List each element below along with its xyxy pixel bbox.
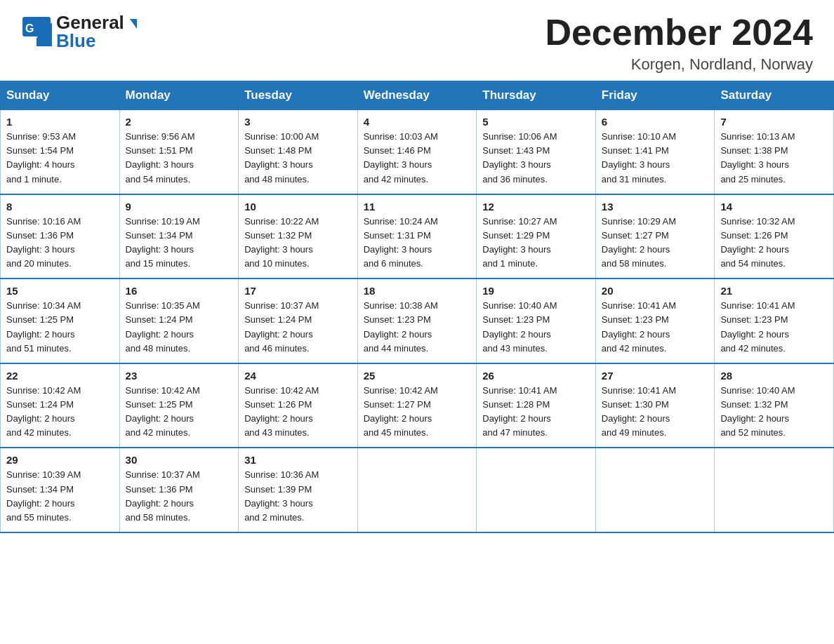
day-number: 31: [244, 454, 352, 466]
weekday-header-wednesday: Wednesday: [357, 81, 477, 110]
day-number: 9: [126, 201, 233, 213]
day-info: Sunrise: 10:00 AMSunset: 1:48 PMDaylight…: [244, 130, 352, 187]
calendar-cell: 27Sunrise: 10:41 AMSunset: 1:30 PMDaylig…: [595, 363, 715, 448]
logo-icon: G: [21, 15, 52, 46]
day-info: Sunrise: 10:32 AMSunset: 1:26 PMDaylight…: [720, 215, 828, 271]
week-row-1: 8Sunrise: 10:16 AMSunset: 1:36 PMDayligh…: [1, 194, 834, 279]
day-info: Sunrise: 10:41 AMSunset: 1:23 PMDaylight…: [602, 299, 709, 356]
calendar-cell: 29Sunrise: 10:39 AMSunset: 1:34 PMDaylig…: [1, 448, 120, 532]
calendar-cell: 8Sunrise: 10:16 AMSunset: 1:36 PMDayligh…: [1, 194, 120, 279]
day-info: Sunrise: 10:36 AMSunset: 1:39 PMDaylight…: [244, 468, 352, 525]
calendar-cell: 28Sunrise: 10:40 AMSunset: 1:32 PMDaylig…: [715, 363, 834, 448]
week-row-0: 1Sunrise: 9:53 AMSunset: 1:54 PMDaylight…: [1, 110, 834, 194]
calendar-cell: 20Sunrise: 10:41 AMSunset: 1:23 PMDaylig…: [595, 279, 715, 363]
day-info: Sunrise: 10:41 AMSunset: 1:28 PMDaylight…: [482, 384, 590, 441]
day-info: Sunrise: 10:16 AMSunset: 1:36 PMDaylight…: [6, 215, 114, 271]
day-number: 12: [482, 201, 590, 213]
calendar-table: SundayMondayTuesdayWednesdayThursdayFrid…: [0, 81, 834, 533]
day-number: 29: [6, 454, 114, 466]
calendar-cell: 14Sunrise: 10:32 AMSunset: 1:26 PMDaylig…: [715, 194, 834, 279]
week-row-2: 15Sunrise: 10:34 AMSunset: 1:25 PMDaylig…: [1, 279, 834, 363]
day-number: 4: [364, 116, 471, 128]
weekday-header-saturday: Saturday: [715, 81, 834, 110]
day-info: Sunrise: 10:40 AMSunset: 1:32 PMDaylight…: [720, 384, 828, 441]
day-info: Sunrise: 10:03 AMSunset: 1:46 PMDaylight…: [364, 130, 471, 187]
calendar-cell: 7Sunrise: 10:13 AMSunset: 1:38 PMDayligh…: [715, 110, 834, 194]
calendar-cell: 19Sunrise: 10:40 AMSunset: 1:23 PMDaylig…: [477, 279, 596, 363]
day-info: Sunrise: 10:22 AMSunset: 1:32 PMDaylight…: [244, 215, 352, 271]
calendar-cell: 9Sunrise: 10:19 AMSunset: 1:34 PMDayligh…: [119, 194, 239, 279]
weekday-header-sunday: Sunday: [1, 81, 120, 110]
day-info: Sunrise: 10:41 AMSunset: 1:23 PMDaylight…: [720, 299, 828, 356]
week-row-3: 22Sunrise: 10:42 AMSunset: 1:24 PMDaylig…: [1, 363, 834, 448]
logo: G General Blue: [21, 13, 137, 50]
day-info: Sunrise: 10:42 AMSunset: 1:25 PMDaylight…: [126, 384, 233, 441]
calendar-cell: 17Sunrise: 10:37 AMSunset: 1:24 PMDaylig…: [239, 279, 358, 363]
day-number: 27: [602, 370, 709, 382]
calendar-cell: 21Sunrise: 10:41 AMSunset: 1:23 PMDaylig…: [715, 279, 834, 363]
day-info: Sunrise: 10:35 AMSunset: 1:24 PMDaylight…: [126, 299, 233, 356]
day-number: 20: [602, 285, 709, 297]
day-info: Sunrise: 10:06 AMSunset: 1:43 PMDaylight…: [482, 130, 590, 187]
day-number: 17: [244, 285, 352, 297]
day-number: 6: [602, 116, 709, 128]
day-number: 25: [364, 370, 471, 382]
day-number: 22: [6, 370, 114, 382]
day-number: 11: [364, 201, 471, 213]
day-number: 26: [482, 370, 590, 382]
month-title: December 2024: [545, 13, 813, 53]
calendar-cell: 23Sunrise: 10:42 AMSunset: 1:25 PMDaylig…: [119, 363, 239, 448]
day-number: 30: [126, 454, 233, 466]
day-info: Sunrise: 10:19 AMSunset: 1:34 PMDaylight…: [126, 215, 233, 271]
day-info: Sunrise: 9:56 AMSunset: 1:51 PMDaylight:…: [126, 130, 233, 187]
calendar-cell: 26Sunrise: 10:41 AMSunset: 1:28 PMDaylig…: [477, 363, 596, 448]
calendar-cell: 13Sunrise: 10:29 AMSunset: 1:27 PMDaylig…: [595, 194, 715, 279]
calendar-cell: 16Sunrise: 10:35 AMSunset: 1:24 PMDaylig…: [119, 279, 239, 363]
calendar-cell: 31Sunrise: 10:36 AMSunset: 1:39 PMDaylig…: [239, 448, 358, 532]
location: Korgen, Nordland, Norway: [545, 55, 813, 74]
day-number: 28: [720, 370, 828, 382]
day-info: Sunrise: 10:38 AMSunset: 1:23 PMDaylight…: [364, 299, 471, 356]
day-number: 10: [244, 201, 352, 213]
day-info: Sunrise: 10:42 AMSunset: 1:27 PMDaylight…: [364, 384, 471, 441]
week-row-4: 29Sunrise: 10:39 AMSunset: 1:34 PMDaylig…: [1, 448, 834, 532]
day-info: Sunrise: 10:39 AMSunset: 1:34 PMDaylight…: [6, 468, 114, 525]
day-number: 15: [6, 285, 114, 297]
svg-text:G: G: [25, 22, 34, 34]
weekday-header-row: SundayMondayTuesdayWednesdayThursdayFrid…: [1, 81, 834, 110]
day-info: Sunrise: 10:37 AMSunset: 1:24 PMDaylight…: [244, 299, 352, 356]
calendar-cell: 25Sunrise: 10:42 AMSunset: 1:27 PMDaylig…: [357, 363, 477, 448]
calendar-cell: 22Sunrise: 10:42 AMSunset: 1:24 PMDaylig…: [1, 363, 120, 448]
day-info: Sunrise: 10:42 AMSunset: 1:26 PMDaylight…: [244, 384, 352, 441]
day-info: Sunrise: 10:34 AMSunset: 1:25 PMDaylight…: [6, 299, 114, 356]
logo-blue: Blue: [56, 32, 137, 50]
day-number: 18: [364, 285, 471, 297]
logo-triangle-icon: [130, 19, 137, 29]
title-area: December 2024 Korgen, Nordland, Norway: [545, 13, 813, 74]
weekday-header-tuesday: Tuesday: [239, 81, 358, 110]
day-number: 5: [482, 116, 590, 128]
day-info: Sunrise: 10:24 AMSunset: 1:31 PMDaylight…: [364, 215, 471, 271]
calendar-cell: 30Sunrise: 10:37 AMSunset: 1:36 PMDaylig…: [119, 448, 239, 532]
day-number: 24: [244, 370, 352, 382]
day-number: 2: [126, 116, 233, 128]
day-number: 14: [720, 201, 828, 213]
day-info: Sunrise: 10:41 AMSunset: 1:30 PMDaylight…: [602, 384, 709, 441]
calendar-cell: 18Sunrise: 10:38 AMSunset: 1:23 PMDaylig…: [357, 279, 477, 363]
calendar-cell: 11Sunrise: 10:24 AMSunset: 1:31 PMDaylig…: [357, 194, 477, 279]
calendar-cell: 24Sunrise: 10:42 AMSunset: 1:26 PMDaylig…: [239, 363, 358, 448]
day-info: Sunrise: 10:13 AMSunset: 1:38 PMDaylight…: [720, 130, 828, 187]
calendar-cell: [357, 448, 477, 532]
calendar-cell: 3Sunrise: 10:00 AMSunset: 1:48 PMDayligh…: [239, 110, 358, 194]
day-number: 16: [126, 285, 233, 297]
calendar-cell: [477, 448, 596, 532]
day-number: 8: [6, 201, 114, 213]
calendar-cell: 4Sunrise: 10:03 AMSunset: 1:46 PMDayligh…: [357, 110, 477, 194]
day-number: 7: [720, 116, 828, 128]
day-info: Sunrise: 10:37 AMSunset: 1:36 PMDaylight…: [126, 468, 233, 525]
calendar-cell: [595, 448, 715, 532]
day-number: 1: [6, 116, 114, 128]
calendar-cell: 1Sunrise: 9:53 AMSunset: 1:54 PMDaylight…: [1, 110, 120, 194]
weekday-header-monday: Monday: [119, 81, 239, 110]
calendar-cell: [715, 448, 834, 532]
